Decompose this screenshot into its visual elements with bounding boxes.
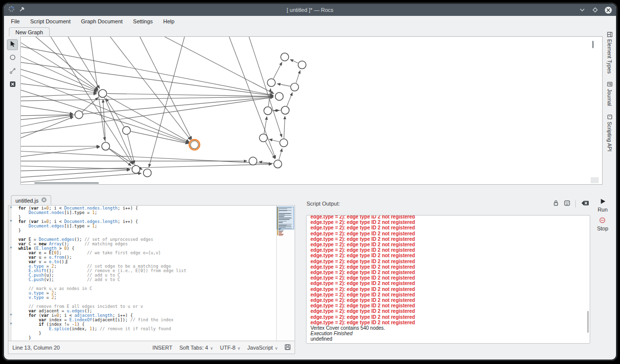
insert-mode-indicator[interactable]: INSERT bbox=[153, 345, 172, 351]
graph-node[interactable] bbox=[267, 78, 275, 86]
code-editor[interactable]: ▼for (var i=0; i < Document.nodes.length… bbox=[8, 205, 295, 354]
graph-edge[interactable] bbox=[68, 37, 100, 88]
graph-drawing[interactable] bbox=[21, 37, 602, 184]
graph-edge[interactable] bbox=[284, 116, 285, 139]
menu-help[interactable]: Help bbox=[159, 17, 179, 25]
menu-settings[interactable]: Settings bbox=[129, 17, 157, 25]
output-error-line: edge.type = 2): edge type ID 2 not regis… bbox=[310, 236, 586, 242]
encoding-select[interactable]: UTF-8∨ bbox=[220, 345, 240, 351]
close-tab-icon[interactable] bbox=[41, 197, 47, 204]
run-button[interactable]: Run bbox=[598, 198, 608, 213]
graph-node[interactable] bbox=[249, 157, 257, 165]
maximize-button[interactable] bbox=[591, 6, 599, 14]
graph-node[interactable] bbox=[298, 61, 306, 69]
graph-node[interactable] bbox=[281, 106, 289, 114]
graph-edge[interactable] bbox=[249, 37, 282, 137]
select-move-tool[interactable] bbox=[7, 39, 18, 50]
graph-edge[interactable] bbox=[149, 37, 185, 167]
output-error-line: edge.type = 2): edge type ID 2 not regis… bbox=[310, 303, 586, 308]
graph-node[interactable] bbox=[280, 139, 288, 147]
tab-untitled-js[interactable]: untitled.js bbox=[11, 195, 51, 205]
graph-node[interactable] bbox=[275, 92, 283, 100]
dock-tab-journal[interactable]: Journal bbox=[607, 81, 613, 106]
graph-node[interactable] bbox=[132, 165, 140, 173]
dock-tab-scripting-api[interactable]: Scripting API bbox=[607, 114, 613, 151]
output-error-line: edge.type = 2): edge type ID 2 not regis… bbox=[310, 253, 586, 258]
graph-edge[interactable] bbox=[21, 173, 142, 182]
canvas-vscrollbar[interactable] bbox=[592, 41, 594, 48]
output-error-line: edge.type = 2): edge type ID 2 not regis… bbox=[310, 287, 586, 292]
canvas-hscrollbar[interactable] bbox=[34, 182, 99, 184]
delete-tool[interactable] bbox=[7, 79, 18, 90]
graph-node[interactable] bbox=[123, 127, 131, 135]
fold-marker-icon[interactable]: ▼ bbox=[10, 219, 12, 223]
graph-node[interactable] bbox=[259, 134, 267, 142]
graph-node[interactable] bbox=[281, 53, 289, 61]
graph-node[interactable] bbox=[99, 89, 107, 97]
graph-node[interactable] bbox=[102, 143, 110, 150]
graph-node[interactable] bbox=[144, 169, 152, 177]
create-edge-tool[interactable] bbox=[7, 66, 18, 77]
graph-edge[interactable] bbox=[279, 148, 282, 160]
graph-edge[interactable] bbox=[128, 135, 135, 163]
graph-edge[interactable] bbox=[36, 37, 98, 90]
graph-edge[interactable] bbox=[290, 60, 298, 63]
close-button[interactable] bbox=[604, 6, 612, 14]
graph-edge[interactable] bbox=[277, 84, 290, 86]
graph-node[interactable] bbox=[264, 107, 272, 115]
tab-new-graph[interactable]: New Graph bbox=[9, 27, 50, 36]
output-error-line: edge.type = 2): edge type ID 2 not regis… bbox=[310, 320, 586, 325]
graph-edge[interactable] bbox=[21, 151, 272, 163]
save-icon[interactable] bbox=[285, 344, 291, 351]
graph-edge[interactable] bbox=[21, 97, 273, 134]
chevron-down-icon: ∨ bbox=[210, 346, 213, 351]
graph-edge[interactable] bbox=[107, 93, 273, 96]
script-output[interactable]: edge.type = 2): edge type ID 2 not regis… bbox=[306, 215, 590, 344]
dock-tab-element-types[interactable]: Element Types bbox=[607, 32, 613, 73]
fold-marker-icon[interactable]: ▼ bbox=[10, 206, 12, 210]
titlebar[interactable]: [ untitled ]* — Rocs bbox=[4, 4, 616, 16]
language-select[interactable]: JavaScript∨ bbox=[247, 345, 278, 351]
graph-toolbar bbox=[7, 39, 19, 90]
create-node-tool[interactable] bbox=[7, 53, 18, 64]
soft-tabs-select[interactable]: Soft Tabs: 4∨ bbox=[179, 345, 213, 351]
graph-edge[interactable] bbox=[140, 37, 192, 140]
graph-edge[interactable] bbox=[296, 71, 300, 83]
graph-edge[interactable] bbox=[51, 37, 133, 164]
graph-canvas[interactable] bbox=[20, 36, 603, 185]
graph-edge[interactable] bbox=[21, 117, 74, 138]
graph-edge[interactable] bbox=[110, 37, 191, 140]
graph-edge[interactable] bbox=[21, 57, 97, 91]
output-scrollbar[interactable] bbox=[587, 311, 589, 333]
graph-edge[interactable] bbox=[269, 139, 280, 142]
graph-node[interactable] bbox=[75, 111, 83, 119]
editor-minimap[interactable] bbox=[276, 206, 295, 341]
lock-icon[interactable] bbox=[553, 199, 559, 208]
graph-edge[interactable] bbox=[21, 94, 97, 97]
graph-edge[interactable] bbox=[264, 117, 267, 134]
graph-edge[interactable] bbox=[21, 166, 130, 169]
graph-node[interactable] bbox=[291, 83, 299, 91]
stop-button[interactable]: Stop bbox=[597, 217, 609, 231]
menu-file[interactable]: File bbox=[7, 17, 24, 25]
clear-output-icon[interactable] bbox=[581, 199, 589, 208]
fold-marker-icon[interactable]: ▼ bbox=[10, 313, 12, 317]
fold-marker-icon[interactable]: ▼ bbox=[10, 322, 12, 326]
menu-graph-document[interactable]: Graph Document bbox=[77, 17, 127, 25]
console-icon[interactable] bbox=[564, 199, 570, 208]
minimize-button[interactable] bbox=[578, 6, 586, 14]
code-text[interactable]: ▼for (var i=0; i < Document.nodes.length… bbox=[8, 206, 277, 341]
graph-node[interactable] bbox=[274, 160, 282, 168]
element-types-icon bbox=[607, 32, 613, 37]
graph-edge[interactable] bbox=[273, 62, 282, 78]
output-error-line: edge.type = 2): edge type ID 2 not regis… bbox=[310, 270, 586, 275]
menu-script-document[interactable]: Script Document bbox=[26, 17, 75, 25]
graph-edge[interactable] bbox=[21, 106, 73, 114]
graph-edge[interactable] bbox=[21, 170, 130, 177]
graph-edge[interactable] bbox=[106, 98, 124, 127]
graph-edge[interactable] bbox=[131, 132, 188, 144]
code-line: } bbox=[8, 331, 277, 336]
graph-edge[interactable] bbox=[287, 92, 292, 106]
fold-marker-icon[interactable]: ▼ bbox=[10, 246, 12, 250]
graph-node-selected[interactable] bbox=[190, 141, 198, 149]
